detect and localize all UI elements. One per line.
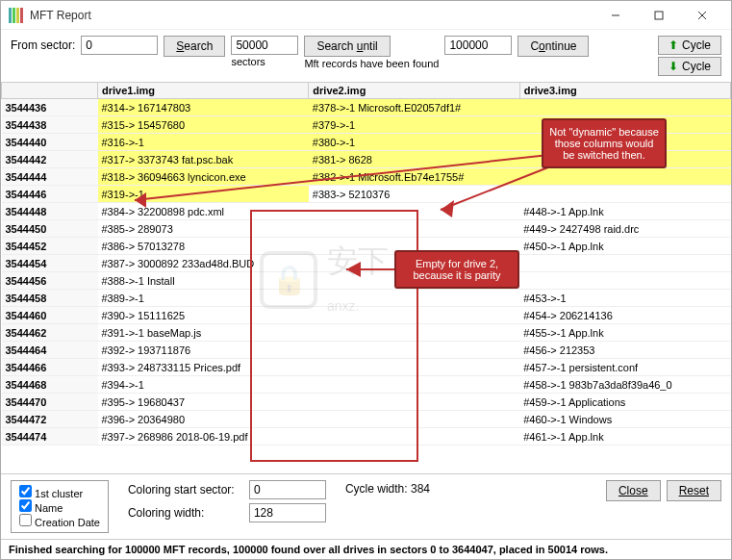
footer: 1st cluster Name Creation Date Coloring … bbox=[1, 473, 731, 539]
svg-marker-4 bbox=[135, 192, 146, 208]
maximize-button[interactable] bbox=[637, 2, 680, 29]
chk-1st-cluster[interactable]: 1st cluster bbox=[19, 485, 100, 499]
cycle-up-button[interactable]: ⬆ Cycle bbox=[658, 36, 721, 55]
reset-button[interactable]: Reset bbox=[667, 480, 721, 501]
close-button[interactable] bbox=[680, 2, 723, 29]
sectors-label: sectors bbox=[231, 55, 265, 67]
app-icon bbox=[9, 8, 24, 23]
svg-rect-1 bbox=[655, 12, 663, 19]
until-sector-input[interactable] bbox=[444, 36, 512, 55]
close-dialog-button[interactable]: Close bbox=[606, 480, 661, 501]
titlebar: MFT Report bbox=[1, 1, 731, 30]
search-button[interactable]: Search bbox=[164, 36, 225, 57]
annotation-callout-2: Empty for drive 2, because it is parity bbox=[394, 250, 519, 289]
search-until-button[interactable]: Search until bbox=[304, 36, 390, 57]
coloring-width-label: Coloring width: bbox=[128, 506, 243, 520]
sector-count-input[interactable] bbox=[231, 36, 298, 55]
from-sector-input[interactable] bbox=[81, 36, 158, 55]
options-group: 1st cluster Name Creation Date bbox=[11, 480, 109, 533]
from-sector-label: From sector: bbox=[11, 36, 75, 52]
column-header[interactable] bbox=[2, 83, 98, 99]
chk-name[interactable]: Name bbox=[19, 499, 100, 514]
cycle-down-button[interactable]: ⬇ Cycle bbox=[658, 57, 721, 76]
svg-marker-6 bbox=[346, 262, 361, 277]
cycle-width-label: Cycle width: 384 bbox=[345, 480, 430, 496]
chk-creation-date[interactable]: Creation Date bbox=[19, 514, 100, 528]
svg-marker-5 bbox=[441, 200, 454, 217]
annotation-callout-1: Not "dynamic" because those columns woul… bbox=[542, 118, 667, 168]
minimize-button[interactable] bbox=[593, 2, 637, 29]
window-title: MFT Report bbox=[30, 9, 593, 22]
coloring-start-label: Coloring start sector: bbox=[128, 483, 243, 496]
coloring-width-input[interactable] bbox=[249, 503, 326, 522]
mft-status-label: Mft records have been found bbox=[304, 57, 439, 69]
status-bar: Finished searching for 100000 MFT record… bbox=[1, 539, 731, 559]
continue-button[interactable]: Continue bbox=[517, 36, 589, 57]
toolbar: From sector: Search sectors Search until… bbox=[1, 30, 731, 82]
coloring-start-input[interactable] bbox=[249, 480, 326, 499]
